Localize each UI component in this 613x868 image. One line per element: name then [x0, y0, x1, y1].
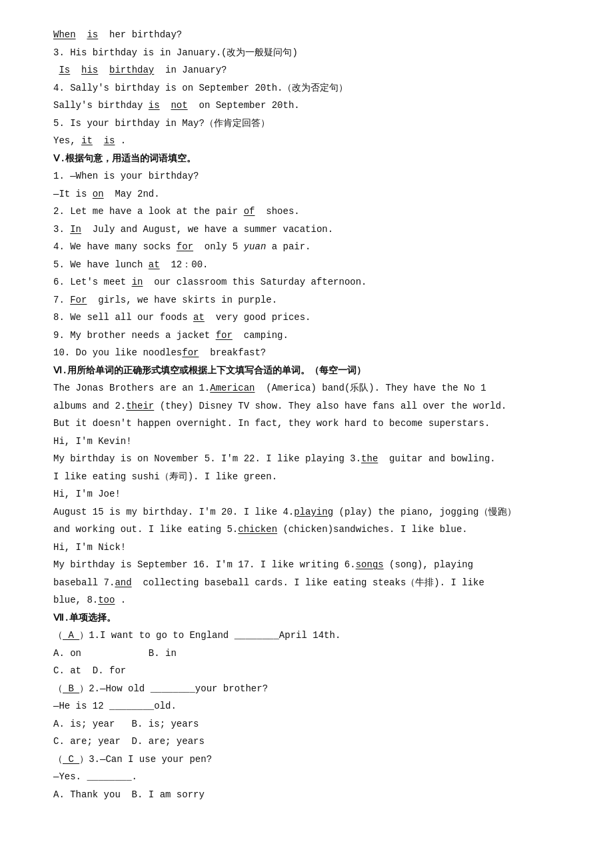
text-line-l19: 10. Do you like noodlesfor breakfast?	[53, 345, 573, 361]
text-line-l15: 6. Let's meet in our classroom this Satu…	[53, 274, 573, 291]
text-line-l41: C. are; year D. are; years	[53, 733, 573, 750]
text-line-l17: 8. We sell all our foods at very good pr…	[53, 309, 573, 326]
text-line-l5: Sally's birthday is not on September 20t…	[53, 97, 573, 114]
text-line-l13: 4. We have many socks for only 5 yuan a …	[53, 239, 573, 255]
text-line-l40: A. is; year B. is; years	[53, 716, 573, 733]
text-line-l14: 5. We have lunch at 12：00.	[53, 257, 573, 273]
text-line-l24: Hi, I'm Kevin!	[53, 433, 573, 450]
text-line-l18: 9. My brother needs a jacket for camping…	[53, 327, 573, 344]
text-line-l9: 1. —When is your birthday?	[53, 168, 573, 185]
text-line-l30: Hi, I'm Nick!	[53, 539, 573, 556]
text-line-l22: albums and 2.their (they) Disney TV show…	[53, 398, 573, 415]
text-line-l1: When is her birthday?	[53, 27, 573, 43]
text-line-l28: August 15 is my birthday. I'm 20. I like…	[53, 504, 573, 521]
text-line-l39: —He is 12 ________old.	[53, 698, 573, 715]
text-line-l20: Ⅵ.用所给单词的正确形式填空或根据上下文填写合适的单词。（每空一词）	[53, 363, 573, 379]
text-line-l42: （ C ）3.—Can I use your pen?	[53, 751, 573, 768]
text-line-l21: The Jonas Brothers are an 1.American (Am…	[53, 380, 573, 397]
text-line-l23: But it doesn't happen overnight. In fact…	[53, 415, 573, 432]
text-line-l6: 5. Is your birthday in May?（作肯定回答）	[53, 115, 573, 132]
text-line-l8: Ⅴ.根据句意，用适当的词语填空。	[53, 151, 573, 167]
text-line-l3: Is his birthday in January?	[53, 62, 573, 79]
text-line-l16: 7. For girls, we have skirts in purple.	[53, 292, 573, 309]
text-line-l10: —It is on May 2nd.	[53, 186, 573, 203]
document-body: When is her birthday?3. His birthday is …	[53, 27, 573, 803]
text-line-l25: My birthday is on November 5. I'm 22. I …	[53, 451, 573, 467]
text-line-l2: 3. His birthday is in January.(改为一般疑问句)	[53, 45, 573, 61]
text-line-l33: blue, 8.too .	[53, 592, 573, 609]
text-line-l38: （ B ）2.—How old ________your brother?	[53, 681, 573, 697]
text-line-l29: and working out. I like eating 5.chicken…	[53, 521, 573, 538]
text-line-l31: My birthday is September 16. I'm 17. I l…	[53, 557, 573, 573]
text-line-l12: 3. In July and August, we have a summer …	[53, 221, 573, 238]
text-line-l7: Yes, it is .	[53, 133, 573, 149]
text-line-l34: Ⅶ.单项选择。	[53, 610, 573, 627]
text-line-l43: —Yes. ________.	[53, 769, 573, 785]
text-line-l44: A. Thank you B. I am sorry	[53, 787, 573, 803]
text-line-l35: （ A ）1.I want to go to England ________A…	[53, 627, 573, 644]
content-lines: When is her birthday?3. His birthday is …	[53, 27, 573, 803]
text-line-l4: 4. Sally's birthday is on September 20th…	[53, 80, 573, 97]
text-line-l27: Hi, I'm Joe!	[53, 486, 573, 503]
text-line-l26: I like eating sushi（寿司). I like green.	[53, 469, 573, 485]
text-line-l37: C. at D. for	[53, 663, 573, 679]
text-line-l36: A. on B. in	[53, 645, 573, 662]
text-line-l32: baseball 7.and collecting baseball cards…	[53, 575, 573, 591]
text-line-l11: 2. Let me have a look at the pair of sho…	[53, 203, 573, 220]
